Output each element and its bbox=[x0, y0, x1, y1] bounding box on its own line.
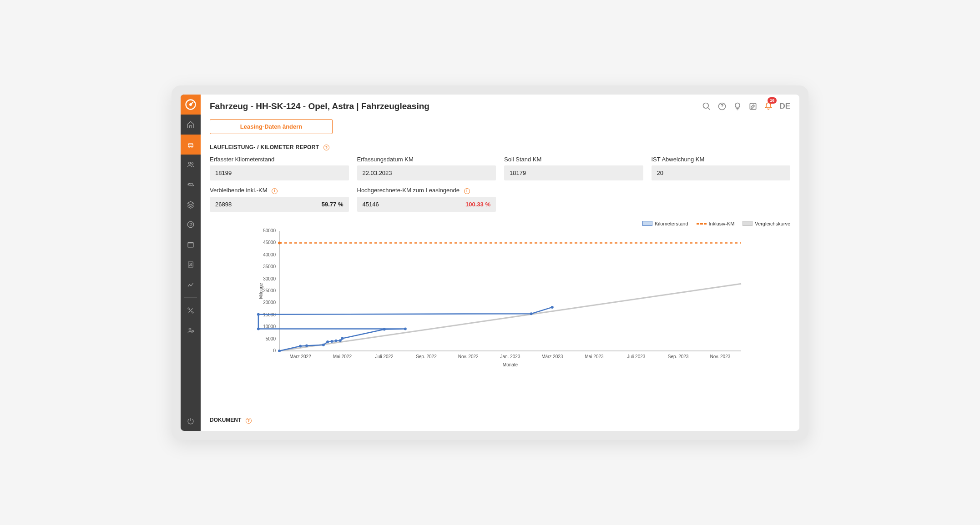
svg-point-11 bbox=[192, 330, 194, 332]
page-title: Fahrzeug - HH-SK-124 - Opel, Astra | Fah… bbox=[210, 101, 429, 111]
svg-text:25000: 25000 bbox=[263, 288, 276, 293]
svg-text:20000: 20000 bbox=[263, 300, 276, 305]
value-erfassungsdatum: 22.03.2023 bbox=[357, 165, 496, 180]
svg-point-8 bbox=[188, 308, 189, 309]
svg-point-55 bbox=[257, 327, 260, 330]
header: Fahrzeug - HH-SK-124 - Opel, Astra | Fah… bbox=[201, 95, 799, 112]
edit-leasing-button[interactable]: Leasing-Daten ändern bbox=[210, 119, 333, 134]
svg-rect-5 bbox=[188, 242, 193, 247]
svg-text:5000: 5000 bbox=[266, 336, 276, 341]
info-icon[interactable]: ? bbox=[323, 145, 329, 150]
app-logo[interactable] bbox=[181, 95, 201, 115]
svg-point-3 bbox=[192, 162, 193, 164]
svg-point-51 bbox=[339, 339, 342, 342]
svg-line-43 bbox=[279, 284, 741, 351]
svg-text:Jan. 2023: Jan. 2023 bbox=[500, 354, 520, 359]
svg-point-12 bbox=[703, 103, 709, 108]
chart-legend: Kilometerstand Inklusiv-KM Vergleichskur… bbox=[210, 221, 790, 226]
edit-icon[interactable] bbox=[748, 102, 758, 111]
value-verbleibende: 26898 59.77 % bbox=[210, 197, 349, 212]
main-content: Fahrzeug - HH-SK-124 - Opel, Astra | Fah… bbox=[201, 95, 799, 431]
svg-text:Sep. 2022: Sep. 2022 bbox=[416, 354, 437, 359]
svg-point-49 bbox=[330, 340, 333, 342]
value-erfasster-km: 18199 bbox=[210, 165, 349, 180]
nav-parking[interactable] bbox=[181, 215, 201, 235]
svg-point-53 bbox=[383, 328, 386, 330]
svg-point-47 bbox=[322, 343, 325, 346]
svg-text:Juli 2023: Juli 2023 bbox=[627, 354, 645, 359]
label-hochgerechnet: Hochgerechnete-KM zum Leasingende i bbox=[357, 187, 496, 194]
svg-text:Juli 2022: Juli 2022 bbox=[375, 354, 394, 359]
nav-damage[interactable] bbox=[181, 175, 201, 195]
svg-text:Nov. 2023: Nov. 2023 bbox=[710, 354, 730, 359]
svg-point-9 bbox=[192, 312, 193, 313]
svg-text:Mai 2022: Mai 2022 bbox=[333, 354, 352, 359]
info-icon[interactable]: ? bbox=[246, 418, 252, 424]
nav-tools[interactable] bbox=[181, 300, 201, 320]
nav-contacts[interactable] bbox=[181, 255, 201, 275]
language-selector[interactable]: DE bbox=[779, 102, 790, 111]
nav-reports[interactable] bbox=[181, 275, 201, 295]
svg-point-42 bbox=[278, 241, 281, 244]
svg-point-44 bbox=[278, 350, 281, 352]
info-icon[interactable]: i bbox=[272, 188, 278, 194]
nav-power[interactable] bbox=[181, 411, 201, 431]
svg-point-50 bbox=[335, 339, 338, 342]
svg-text:Sep. 2023: Sep. 2023 bbox=[668, 354, 689, 359]
label-erfassungsdatum: Erfassungsdatum KM bbox=[357, 156, 496, 163]
svg-text:30000: 30000 bbox=[263, 276, 276, 281]
svg-text:Mileage: Mileage bbox=[258, 283, 263, 299]
mileage-chart: Kilometerstand Inklusiv-KM Vergleichskur… bbox=[210, 221, 790, 414]
svg-text:Mai 2023: Mai 2023 bbox=[585, 354, 604, 359]
svg-text:März 2023: März 2023 bbox=[541, 354, 563, 359]
nav-layers[interactable] bbox=[181, 195, 201, 215]
help-icon[interactable] bbox=[717, 102, 727, 111]
nav-admin[interactable] bbox=[181, 320, 201, 340]
svg-text:50000: 50000 bbox=[263, 228, 276, 233]
value-ist-abweichung: 20 bbox=[652, 165, 791, 180]
svg-text:Nov. 2022: Nov. 2022 bbox=[458, 354, 479, 359]
svg-point-10 bbox=[189, 328, 191, 330]
svg-point-2 bbox=[189, 162, 191, 164]
svg-text:40000: 40000 bbox=[263, 252, 276, 257]
info-icon[interactable]: i bbox=[464, 188, 470, 194]
value-hochgerechnet: 45146 100.33 % bbox=[357, 197, 496, 212]
notification-badge: 16 bbox=[768, 97, 777, 104]
svg-point-58 bbox=[551, 305, 554, 308]
header-actions: 16 DE bbox=[702, 101, 790, 112]
svg-point-1 bbox=[190, 104, 192, 105]
nav-users[interactable] bbox=[181, 155, 201, 175]
nav-vehicles[interactable] bbox=[181, 135, 201, 155]
svg-point-45 bbox=[299, 345, 302, 347]
label-verbleibende: Verbleibende inkl.-KM i bbox=[210, 187, 349, 194]
notifications-button[interactable]: 16 bbox=[764, 101, 773, 112]
svg-point-46 bbox=[305, 344, 308, 347]
nav-home[interactable] bbox=[181, 115, 201, 135]
svg-point-48 bbox=[326, 340, 329, 343]
section-title-report: LAUFLEISTUNG- / KILOMETER REPORT ? bbox=[210, 144, 790, 151]
svg-text:0: 0 bbox=[273, 348, 276, 353]
nav-calendar[interactable] bbox=[181, 235, 201, 255]
svg-point-4 bbox=[187, 221, 194, 228]
lightbulb-icon[interactable] bbox=[733, 102, 742, 111]
label-erfasster-km: Erfasster Kilometerstand bbox=[210, 156, 349, 163]
svg-point-54 bbox=[404, 327, 407, 330]
svg-point-52 bbox=[341, 337, 344, 340]
section-title-document: DOKUMENT ? bbox=[210, 417, 790, 424]
sidebar bbox=[181, 95, 201, 431]
svg-point-7 bbox=[190, 263, 192, 265]
svg-text:45000: 45000 bbox=[263, 240, 276, 245]
label-ist-abweichung: IST Abweichung KM bbox=[652, 156, 791, 163]
svg-text:Monate: Monate bbox=[503, 362, 518, 367]
chart-canvas: 0500010000150002000025000300003500040000… bbox=[210, 228, 790, 369]
nav-divider bbox=[184, 297, 197, 298]
svg-point-57 bbox=[530, 312, 533, 315]
search-icon[interactable] bbox=[702, 102, 711, 111]
label-soll-km: Soll Stand KM bbox=[504, 156, 643, 163]
value-soll-km: 18179 bbox=[504, 165, 643, 180]
svg-point-56 bbox=[257, 313, 260, 315]
svg-text:35000: 35000 bbox=[263, 264, 276, 269]
svg-text:März 2022: März 2022 bbox=[290, 354, 312, 359]
